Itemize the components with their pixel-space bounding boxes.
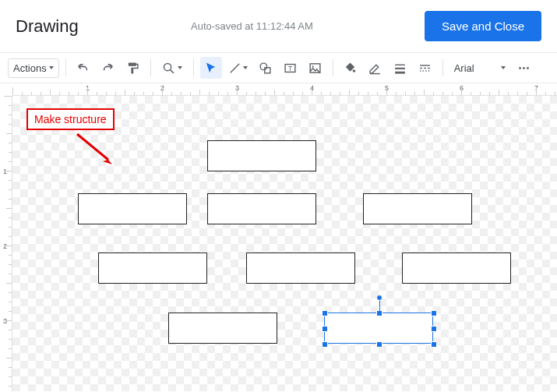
border-color-icon[interactable] <box>365 57 386 79</box>
svg-point-22 <box>519 67 521 69</box>
shape-rectangle[interactable] <box>78 193 187 224</box>
svg-rect-21 <box>428 70 429 71</box>
shape-rectangle[interactable] <box>207 140 316 171</box>
svg-line-2 <box>231 63 239 72</box>
image-icon[interactable] <box>305 57 326 79</box>
canvas-area: 1234567 1234 Make structure <box>0 83 557 391</box>
select-icon[interactable] <box>200 57 222 79</box>
divider <box>442 59 443 76</box>
ruler-vertical: 1234 <box>0 96 12 391</box>
svg-rect-16 <box>424 67 426 68</box>
svg-rect-12 <box>395 67 405 69</box>
svg-point-0 <box>164 63 171 70</box>
font-label: Arial <box>454 62 474 74</box>
fill-color-icon[interactable] <box>340 57 361 79</box>
more-icon[interactable] <box>513 57 535 79</box>
svg-point-3 <box>260 63 267 70</box>
actions-menu[interactable]: Actions <box>8 58 59 78</box>
svg-point-8 <box>312 65 314 67</box>
toolbar: Actions T Ari <box>0 52 557 83</box>
svg-rect-13 <box>395 71 405 73</box>
divider <box>150 59 151 76</box>
annotation-label: Make structure <box>34 113 107 125</box>
resize-handle[interactable] <box>431 341 437 348</box>
page-title: Drawing <box>16 16 79 37</box>
svg-line-25 <box>77 134 108 160</box>
svg-rect-17 <box>428 67 430 68</box>
ruler-tick: 3 <box>3 317 7 325</box>
svg-point-9 <box>353 69 356 72</box>
actions-label: Actions <box>13 62 47 74</box>
ruler-tick: 1 <box>3 168 7 175</box>
textbox-icon[interactable]: T <box>280 57 301 79</box>
shape-rectangle[interactable] <box>98 253 207 284</box>
caret-down-icon <box>243 66 248 69</box>
resize-handle[interactable] <box>322 326 328 332</box>
caret-down-icon <box>501 66 506 69</box>
shape-rectangle[interactable] <box>402 253 511 284</box>
zoom-icon[interactable] <box>157 57 187 79</box>
shape-icon[interactable] <box>255 57 277 79</box>
svg-rect-4 <box>265 67 270 72</box>
svg-rect-19 <box>423 70 424 71</box>
rotate-handle[interactable] <box>376 295 382 301</box>
border-weight-icon[interactable] <box>390 57 411 79</box>
svg-marker-26 <box>103 160 112 164</box>
svg-rect-18 <box>420 70 421 71</box>
shape-rectangle[interactable] <box>207 193 316 224</box>
font-select[interactable]: Arial <box>449 59 510 77</box>
shape-rectangle[interactable] <box>168 313 277 344</box>
svg-rect-20 <box>425 70 426 71</box>
ruler-horizontal: 1234567 <box>12 83 557 96</box>
svg-rect-10 <box>370 72 380 73</box>
resize-handle[interactable] <box>376 341 382 348</box>
svg-rect-11 <box>395 64 405 65</box>
divider <box>65 59 66 76</box>
border-dash-icon[interactable] <box>414 57 436 79</box>
caret-down-icon <box>49 66 54 69</box>
resize-handle[interactable] <box>322 310 328 316</box>
redo-icon[interactable] <box>97 57 119 79</box>
shape-rectangle-selected[interactable] <box>324 313 433 344</box>
resize-handle[interactable] <box>431 310 437 316</box>
caret-down-icon <box>178 66 182 69</box>
svg-rect-15 <box>420 67 422 68</box>
save-and-close-button[interactable]: Save and Close <box>425 11 541 41</box>
svg-text:T: T <box>288 65 292 72</box>
paint-format-icon[interactable] <box>122 57 144 79</box>
shape-rectangle[interactable] <box>363 193 472 224</box>
divider <box>193 59 194 76</box>
canvas[interactable]: Make structure <box>12 96 557 391</box>
undo-icon[interactable] <box>72 57 94 79</box>
autosave-status: Auto-saved at 11:12:44 AM <box>191 20 313 32</box>
svg-point-23 <box>523 67 525 69</box>
resize-handle[interactable] <box>431 326 437 332</box>
ruler-tick: 2 <box>3 242 7 250</box>
svg-line-1 <box>170 69 173 72</box>
annotation-box: Make structure <box>26 108 115 130</box>
annotation-arrow-icon <box>73 130 120 169</box>
line-icon[interactable] <box>225 57 252 79</box>
resize-handle[interactable] <box>322 341 328 348</box>
shape-rectangle[interactable] <box>246 253 355 284</box>
divider <box>333 59 333 76</box>
svg-point-24 <box>527 67 529 69</box>
svg-rect-14 <box>420 65 430 65</box>
